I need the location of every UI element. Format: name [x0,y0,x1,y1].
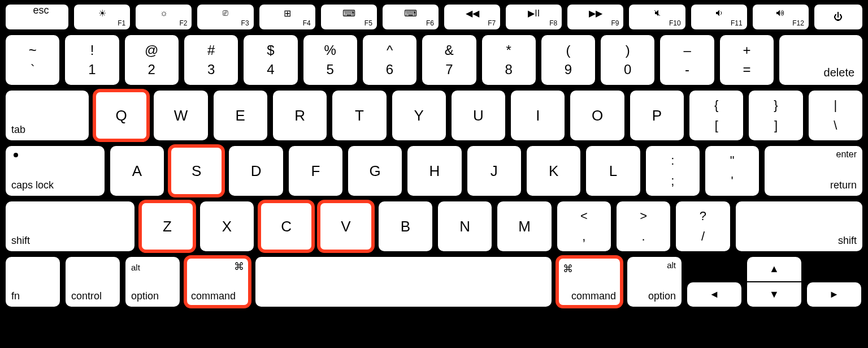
key-q[interactable]: Q [94,91,148,140]
letter: M [518,218,531,235]
key-1[interactable]: !1 [65,35,119,85]
command-icon: ⌘ [234,260,244,273]
key-punct-q0[interactable]: {[ [689,91,743,140]
key-shift-left[interactable]: shift [6,201,134,251]
key-spacebar[interactable] [255,257,552,307]
key-y[interactable]: Y [392,91,446,140]
letter: E [236,107,245,124]
key-t[interactable]: T [332,91,386,140]
key-4[interactable]: $4 [244,35,297,85]
key-f6[interactable]: ⌨︎F6 [383,5,439,29]
key-8[interactable]: *8 [482,35,536,85]
key-f8[interactable]: ▶IIF8 [506,5,562,29]
key-z[interactable]: Z [140,201,194,251]
key-tilde[interactable]: ~ ` [6,35,59,85]
key-f2[interactable]: ☼F2 [136,5,192,29]
key-f12[interactable]: 🔊︎F12 [753,5,809,29]
letter: T [355,107,364,124]
key-command-left[interactable]: ⌘ command [185,257,250,307]
key-f5[interactable]: ⌨︎F5 [321,5,377,29]
key-9[interactable]: (9 [541,35,595,85]
key-arrow-down[interactable]: ▼ [747,282,801,307]
key-o[interactable]: O [570,91,624,140]
key-arrow-left[interactable]: ◄ [687,282,741,307]
key-tab[interactable]: tab [6,91,89,140]
key-h[interactable]: H [407,146,461,196]
option-left-label: option [131,290,159,302]
key-bottom: 5 [327,63,334,76]
esc-label: esc [33,5,49,16]
key-e[interactable]: E [214,91,267,140]
key-punct-h0[interactable]: :; [646,146,700,196]
key-f11[interactable]: 🔉︎F11 [691,5,747,29]
key-u[interactable]: U [452,91,505,140]
key-delete[interactable]: delete [779,35,862,85]
key-d[interactable]: D [229,146,283,196]
rewind-icon: ◀◀ [444,8,500,19]
bottom-row: fn control alt option ⌘ command ⌘ comman… [6,257,862,307]
key-option-left[interactable]: alt option [125,257,180,307]
arrow-right-icon: ► [829,289,839,300]
key-punct-q1[interactable]: }] [749,91,802,140]
key-fn[interactable]: fn [6,257,60,307]
key-bottom: [ [715,119,718,132]
key-=[interactable]: += [720,35,774,85]
key-capslock[interactable]: caps lock [6,146,105,196]
key-k[interactable]: K [527,146,580,196]
key-esc[interactable]: esc [6,5,68,29]
key-c[interactable]: C [259,201,313,251]
key-a[interactable]: A [110,146,164,196]
key-power[interactable]: ⏻ [814,5,862,29]
key--[interactable]: –- [660,35,714,85]
fn-label: F9 [611,19,619,27]
key-3[interactable]: #3 [184,35,238,85]
key-i[interactable]: I [511,91,565,140]
key-2[interactable]: @2 [125,35,179,85]
key-return[interactable]: enter return [765,146,862,196]
key-l[interactable]: L [586,146,640,196]
key-bottom: 6 [386,63,393,76]
key-m[interactable]: M [497,201,551,251]
play-pause-icon: ▶II [506,8,562,19]
key-punct-q2[interactable]: |\ [809,91,862,140]
key-b[interactable]: B [379,201,432,251]
key-s[interactable]: S [170,146,223,196]
key-control[interactable]: control [66,257,120,307]
key-v[interactable]: V [319,201,372,251]
fn-label: F4 [303,19,311,27]
brightness-down-icon: ☀︎ [74,8,130,19]
key-f1[interactable]: ☀︎F1 [74,5,130,29]
key-f7[interactable]: ◀◀F7 [444,5,500,29]
key-f[interactable]: F [289,146,342,196]
keyboard-light-down-icon: ⌨︎ [321,8,377,19]
key-w[interactable]: W [154,91,207,140]
key-5[interactable]: %5 [303,35,357,85]
key-f10[interactable]: 🔇︎F10 [629,5,685,29]
key-punct-s2[interactable]: ?/ [676,201,730,251]
key-p[interactable]: P [630,91,684,140]
delete-label: delete [824,66,855,79]
key-arrow-up[interactable]: ▲ [747,257,801,282]
key-command-right[interactable]: ⌘ command [557,257,622,307]
key-f3[interactable]: ⎚F3 [197,5,253,29]
key-punct-h1[interactable]: "' [705,146,759,196]
key-top: < [580,210,588,222]
key-r[interactable]: R [273,91,327,140]
key-punct-s1[interactable]: >. [617,201,670,251]
key-0[interactable]: )0 [601,35,654,85]
key-option-right[interactable]: alt option [627,257,682,307]
key-f4[interactable]: ⊞F4 [259,5,315,29]
key-arrow-right[interactable]: ► [807,282,861,307]
key-shift-right[interactable]: shift [736,201,862,251]
letter: N [459,218,470,235]
key-f9[interactable]: ▶▶F9 [567,5,623,29]
arrow-up-icon: ▲ [769,263,779,275]
key-punct-s0[interactable]: <, [557,201,611,251]
key-n[interactable]: N [438,201,492,251]
key-7[interactable]: &7 [422,35,476,85]
key-6[interactable]: ^6 [363,35,416,85]
letter: Y [414,107,423,124]
key-j[interactable]: J [467,146,521,196]
key-g[interactable]: G [348,146,402,196]
key-x[interactable]: X [200,201,254,251]
